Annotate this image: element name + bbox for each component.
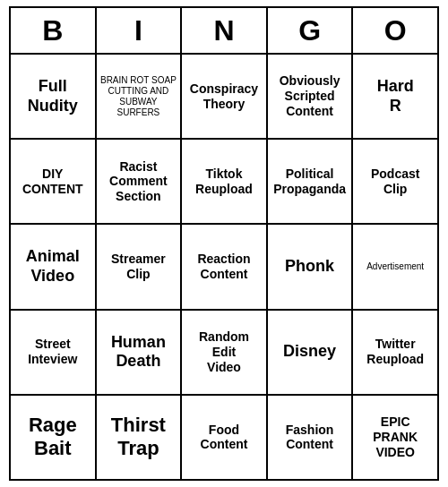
header-letter-G: G	[268, 8, 354, 53]
cell-text-1-3: Political Propaganda	[273, 167, 346, 197]
cell-text-2-4: Advertisement	[366, 261, 424, 272]
cell-text-3-3: Disney	[283, 342, 336, 362]
cell-text-2-3: Phonk	[285, 257, 334, 277]
bingo-row-1: DIY CONTENTRacist Comment SectionTiktok …	[11, 140, 437, 225]
cell-text-4-4: EPIC PRANK VIDEO	[373, 414, 418, 459]
header-letter-N: N	[182, 8, 268, 53]
bingo-row-4: Rage BaitThirst TrapFood ContentFashion …	[11, 396, 437, 479]
header-letter-B: B	[11, 8, 97, 53]
bingo-cell-1-3[interactable]: Political Propaganda	[268, 140, 354, 223]
cell-text-1-1: Racist Comment Section	[109, 159, 168, 204]
cell-text-4-0: Rage Bait	[29, 414, 77, 461]
bingo-cell-0-3[interactable]: Obviously Scripted Content	[268, 55, 354, 138]
cell-text-4-3: Fashion Content	[286, 423, 334, 453]
bingo-cell-3-2[interactable]: Random Edit Video	[182, 311, 268, 394]
cell-text-3-1: Human Death	[111, 333, 166, 372]
bingo-header: BINGO	[11, 8, 437, 55]
bingo-cell-2-1[interactable]: Streamer Clip	[97, 225, 183, 308]
bingo-cell-3-1[interactable]: Human Death	[97, 311, 183, 394]
cell-text-1-0: DIY CONTENT	[22, 167, 83, 197]
bingo-cell-3-0[interactable]: Street Inteview	[11, 311, 97, 394]
cell-text-0-4: Hard R	[377, 77, 414, 115]
cell-text-4-1: Thirst Trap	[111, 414, 166, 461]
cell-text-1-4: Podcast Clip	[371, 167, 419, 197]
cell-text-3-2: Random Edit Video	[199, 329, 249, 374]
bingo-cell-0-4[interactable]: Hard R	[353, 55, 437, 138]
bingo-cell-2-0[interactable]: Animal Video	[11, 225, 97, 308]
header-letter-O: O	[353, 8, 437, 53]
bingo-cell-2-3[interactable]: Phonk	[268, 225, 354, 308]
bingo-row-2: Animal VideoStreamer ClipReaction Conten…	[11, 225, 437, 310]
bingo-card: BINGO Full NudityBRAIN ROT SOAP CUTTING …	[9, 6, 439, 481]
bingo-cell-1-4[interactable]: Podcast Clip	[353, 140, 437, 223]
cell-text-3-0: Street Inteview	[28, 337, 77, 367]
cell-text-2-1: Streamer Clip	[111, 252, 166, 282]
cell-text-0-2: Conspiracy Theory	[190, 81, 258, 112]
bingo-cell-3-4[interactable]: Twitter Reupload	[353, 311, 437, 394]
bingo-row-0: Full NudityBRAIN ROT SOAP CUTTING AND SU…	[11, 55, 437, 140]
bingo-cell-1-1[interactable]: Racist Comment Section	[97, 140, 183, 223]
bingo-row-3: Street InteviewHuman DeathRandom Edit Vi…	[11, 311, 437, 396]
bingo-cell-0-0[interactable]: Full Nudity	[11, 55, 97, 138]
cell-text-4-2: Food Content	[201, 423, 248, 453]
bingo-cell-4-1[interactable]: Thirst Trap	[97, 396, 183, 479]
bingo-cell-1-2[interactable]: Tiktok Reupload	[182, 140, 268, 223]
bingo-cell-0-1[interactable]: BRAIN ROT SOAP CUTTING AND SUBWAY SURFER…	[97, 55, 183, 138]
bingo-cell-2-2[interactable]: Reaction Content	[182, 225, 268, 308]
cell-text-1-2: Tiktok Reupload	[195, 167, 253, 197]
bingo-grid: Full NudityBRAIN ROT SOAP CUTTING AND SU…	[11, 55, 437, 479]
bingo-cell-4-2[interactable]: Food Content	[182, 396, 268, 479]
bingo-cell-4-3[interactable]: Fashion Content	[268, 396, 354, 479]
bingo-cell-3-3[interactable]: Disney	[268, 311, 354, 394]
bingo-cell-4-4[interactable]: EPIC PRANK VIDEO	[353, 396, 437, 479]
cell-text-0-1: BRAIN ROT SOAP CUTTING AND SUBWAY SURFER…	[100, 75, 177, 118]
cell-text-2-2: Reaction Content	[197, 252, 250, 282]
bingo-cell-2-4[interactable]: Advertisement	[353, 225, 437, 308]
cell-text-0-0: Full Nudity	[28, 77, 78, 115]
bingo-cell-0-2[interactable]: Conspiracy Theory	[182, 55, 268, 138]
bingo-cell-1-0[interactable]: DIY CONTENT	[11, 140, 97, 223]
cell-text-3-4: Twitter Reupload	[366, 337, 424, 367]
cell-text-0-3: Obviously Scripted Content	[280, 73, 340, 118]
cell-text-2-0: Animal Video	[26, 247, 80, 286]
header-letter-I: I	[97, 8, 183, 53]
bingo-cell-4-0[interactable]: Rage Bait	[11, 396, 97, 479]
